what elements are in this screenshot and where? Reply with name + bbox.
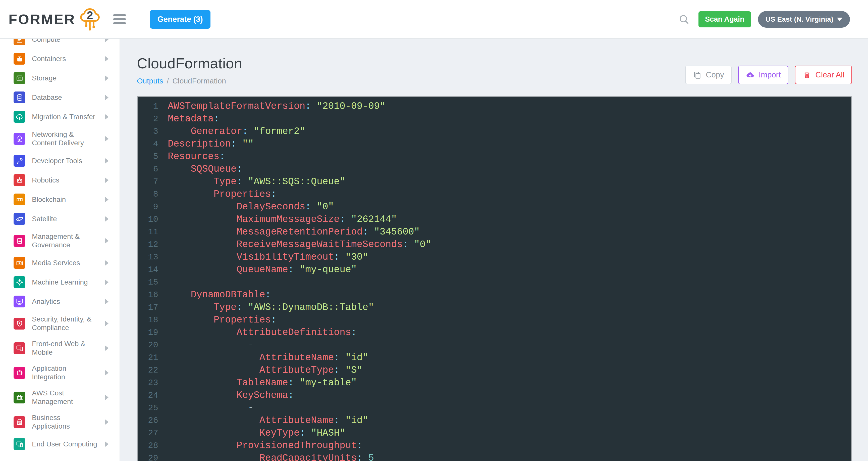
sidebar-item-label: Storage: [32, 74, 105, 82]
app-integration-icon: [13, 367, 25, 379]
region-selector[interactable]: US East (N. Virginia): [758, 11, 850, 28]
sidebar-item-migration-transfer[interactable]: Migration & Transfer: [0, 107, 120, 126]
code-token: "HASH": [311, 428, 345, 438]
code-token: Type: [168, 176, 237, 187]
code-token: Description: [168, 139, 231, 149]
code-token: :: [363, 227, 374, 237]
code-token: "": [242, 139, 254, 149]
sidebar-item-containers[interactable]: Containers: [0, 49, 120, 68]
code-token: "345600": [374, 227, 420, 237]
media-services-icon: [13, 257, 25, 269]
sidebar-item-label: Compute: [32, 39, 105, 44]
sidebar-item-label: Containers: [32, 55, 105, 63]
code-editor[interactable]: 1234567891011121314151617181920212223242…: [137, 96, 852, 461]
sidebar-item-database[interactable]: Database: [0, 88, 120, 107]
code-token: :: [271, 189, 277, 200]
chevron-right-icon: [105, 370, 108, 376]
code-token: :: [403, 239, 414, 250]
code-line: KeySchema:: [168, 389, 851, 402]
sidebar-item-satellite[interactable]: Satellite: [0, 209, 120, 229]
code-token: :: [334, 252, 345, 262]
gutter-line-number: 14: [137, 263, 158, 276]
code-token: TableName: [168, 377, 288, 388]
code-token: Metadata: [168, 113, 214, 124]
code-line: Type: "AWS::DynamoDB::Table": [168, 301, 851, 314]
code-token: Resources: [168, 151, 219, 162]
sidebar-item-media-services[interactable]: Media Services: [0, 253, 120, 272]
breadcrumb-separator: /: [167, 77, 169, 85]
code-token: Generator: [168, 126, 242, 137]
sidebar-item-robotics[interactable]: Robotics: [0, 170, 120, 190]
code-token: AttributeName: [168, 352, 334, 363]
code-token: MaximumMessageSize: [168, 214, 340, 225]
sidebar-item-front-end-web[interactable]: Front-end Web & Mobile: [0, 336, 120, 361]
sidebar-item-business[interactable]: Business Applications: [0, 410, 120, 434]
code-token: :: [214, 113, 219, 124]
gutter-line-number: 12: [137, 238, 158, 251]
sidebar-item-label: End User Computing: [32, 440, 105, 449]
scan-again-button[interactable]: Scan Again: [699, 11, 751, 27]
gutter-line-number: 1: [137, 100, 158, 113]
code-token: :: [300, 428, 311, 438]
sidebar-item-aws-cost[interactable]: AWS Cost Management: [0, 385, 120, 410]
code-token: "0": [317, 201, 334, 212]
containers-icon: [13, 53, 25, 65]
code-token: AttributeName: [168, 415, 334, 426]
breadcrumb: Outputs/CloudFormation: [137, 77, 242, 85]
copy-button[interactable]: Copy: [685, 66, 732, 84]
chevron-right-icon: [105, 441, 108, 447]
caret-down-icon: [837, 18, 842, 21]
code-token: Type: [168, 302, 237, 313]
code-token: AttributeDefinitions: [168, 327, 351, 338]
code-token: 5: [368, 453, 374, 461]
business-apps-icon: [13, 416, 25, 428]
sidebar-item-developer-tools[interactable]: Developer Tools: [0, 151, 120, 170]
gutter-line-number: 13: [137, 251, 158, 263]
chevron-right-icon: [105, 320, 108, 326]
sidebar-item-application[interactable]: Application Integration: [0, 361, 120, 385]
sidebar-item-storage[interactable]: Storage: [0, 68, 120, 88]
satellite-icon: [13, 213, 25, 225]
code-token: Properties: [168, 314, 271, 325]
former2-logo[interactable]: FORMER 2: [8, 2, 104, 37]
chevron-right-icon: [105, 177, 108, 183]
generate-button[interactable]: Generate (3): [150, 10, 211, 29]
sidebar-item-machine-learning[interactable]: Machine Learning: [0, 272, 120, 292]
code-line: AWSTemplateFormatVersion: "2010-09-09": [168, 100, 851, 113]
gutter-line-number: 16: [137, 289, 158, 301]
gutter-line-number: 17: [137, 301, 158, 314]
code-line: Description: "": [168, 138, 851, 150]
logo-text: FORMER: [8, 11, 75, 27]
code-token: :: [242, 126, 254, 137]
breadcrumb-link-outputs[interactable]: Outputs: [137, 77, 163, 85]
hamburger-icon: [113, 14, 126, 16]
code-token: KeySchema: [168, 390, 288, 401]
code-line: Type: "AWS::SQS::Queue": [168, 175, 851, 188]
sidebar-item-analytics[interactable]: Analytics: [0, 292, 120, 311]
menu-toggle-button[interactable]: [113, 12, 126, 26]
sidebar-list: ComputeContainersStorageDatabaseMigratio…: [0, 39, 120, 454]
code-token: "id": [345, 415, 368, 426]
sidebar-item-end-user-computing[interactable]: End User Computing: [0, 434, 120, 454]
sidebar-item-compute[interactable]: Compute: [0, 39, 120, 49]
trash-icon: [802, 70, 811, 80]
search-icon[interactable]: [678, 13, 690, 25]
robotics-icon: [13, 174, 25, 186]
sidebar-item-label: Business Applications: [32, 413, 105, 431]
code-token: VisibilityTimeout: [168, 252, 334, 262]
code-token: AttributeType: [168, 365, 334, 376]
sidebar-item-networking[interactable]: Networking & Content Delivery: [0, 126, 120, 151]
chevron-right-icon: [105, 345, 108, 351]
sidebar-item-blockchain[interactable]: Blockchain: [0, 190, 120, 209]
import-button[interactable]: Import: [738, 66, 788, 84]
sidebar-item-label: Analytics: [32, 297, 105, 306]
sidebar-item-management[interactable]: Management & Governance: [0, 229, 120, 253]
networking-icon: [13, 133, 25, 145]
sidebar-item-security-identity[interactable]: Security, Identity, & Compliance: [0, 311, 120, 336]
action-buttons: Copy Import Clear All: [685, 66, 852, 84]
code-line: Metadata:: [168, 113, 851, 125]
code-token: "262144": [351, 214, 397, 225]
clear-all-button[interactable]: Clear All: [795, 66, 852, 84]
gutter-line-number: 6: [137, 163, 158, 175]
gutter-line-number: 10: [137, 213, 158, 226]
